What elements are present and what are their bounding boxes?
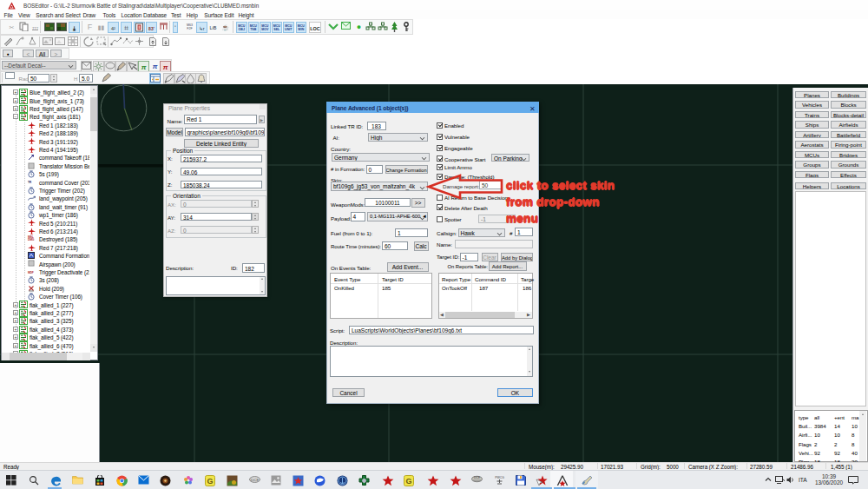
svg-text:DiCE: DiCE: [251, 478, 260, 482]
svg-text:G: G: [405, 477, 411, 486]
svg-text:DiCE: DiCE: [474, 476, 480, 479]
svg-text:G: G: [207, 477, 213, 486]
svg-text:PWCG: PWCG: [495, 476, 504, 479]
